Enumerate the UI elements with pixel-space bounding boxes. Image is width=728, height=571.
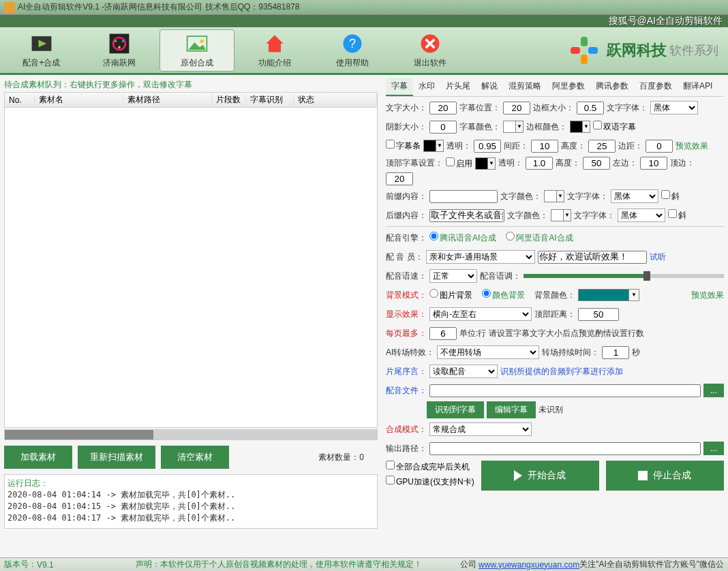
voice-test-input[interactable] — [538, 251, 647, 264]
th-rec[interactable]: 字幕识别 — [246, 94, 294, 106]
lbl-voicefile: 配音文件： — [386, 385, 427, 397]
tab-watermark[interactable]: 水印 — [413, 78, 440, 96]
bilingual-check[interactable]: 双语字幕 — [593, 121, 636, 133]
bordercolor-swatch[interactable]: ▼ — [570, 121, 590, 133]
tailv-select[interactable]: 读取配音 — [429, 365, 498, 378]
opacity-input[interactable] — [474, 140, 501, 153]
th-path[interactable]: 素材路径 — [123, 94, 212, 106]
bgcolor-swatch[interactable]: ▼ — [578, 289, 639, 301]
shutdown-check[interactable]: 全部合成完毕后关机 — [386, 461, 474, 473]
lbl-gap: 间距： — [504, 140, 528, 152]
lbl-bgcolor: 背景颜色： — [534, 290, 575, 301]
shadow-input[interactable] — [429, 121, 457, 134]
suffix-input[interactable] — [429, 209, 504, 222]
bg-img-radio[interactable]: 图片背景 — [429, 289, 472, 301]
tool-jinan[interactable]: 济南跃网 — [82, 29, 157, 72]
stop-button[interactable]: 停止合成 — [606, 461, 724, 491]
prefix-input[interactable] — [429, 190, 498, 203]
tool-help[interactable]: ? 使用帮助 — [315, 29, 390, 72]
lbl-unrec: 未识别 — [539, 404, 563, 416]
app-icon — [4, 2, 15, 13]
preview-link2[interactable]: 预览效果 — [691, 290, 724, 301]
tab-narration[interactable]: 解说 — [476, 78, 503, 96]
outpath-browse[interactable]: ... — [703, 442, 724, 455]
lbl-border: 边框大小： — [533, 102, 574, 114]
outpath-input[interactable] — [429, 442, 701, 455]
top-color[interactable]: ▼ — [475, 157, 496, 170]
tool-compose[interactable]: 配音+合成 — [4, 29, 79, 72]
engine-tencent-radio[interactable]: 腾讯语音AI合成 — [429, 232, 496, 244]
tool-exit[interactable]: 退出软件 — [393, 29, 468, 72]
voice-select[interactable]: 亲和女声-通用场景 — [426, 250, 535, 264]
height-input[interactable] — [588, 140, 616, 153]
gap-input[interactable] — [531, 140, 558, 153]
table-body[interactable] — [5, 108, 377, 418]
italic-check[interactable]: 斜 — [661, 190, 680, 202]
top-input[interactable] — [386, 172, 413, 185]
company-url[interactable]: www.yuewangxueyuan.com — [479, 560, 579, 570]
load-material-button[interactable]: 加载素材 — [4, 446, 72, 469]
th-stat[interactable]: 状态 — [294, 94, 377, 106]
txtfont-select[interactable]: 黑体 — [611, 189, 658, 203]
italic2-check[interactable]: 斜 — [668, 209, 686, 221]
border-input[interactable] — [577, 102, 604, 114]
gpu-check[interactable]: GPU加速(仅支持N卡) — [386, 476, 474, 488]
speed-select[interactable]: 正常 — [429, 269, 477, 283]
engine-ali-radio[interactable]: 阿里语音AI合成 — [506, 232, 573, 244]
bg-color-radio[interactable]: 颜色背景 — [482, 289, 525, 301]
tab-aliparam[interactable]: 阿里参数 — [547, 78, 590, 96]
logo-sub: 软件系列 — [669, 42, 718, 59]
opacity2-input[interactable] — [526, 157, 553, 170]
subcolor-swatch[interactable]: ▼ — [503, 121, 524, 133]
tab-translateapi[interactable]: 翻译API — [678, 78, 718, 96]
h-scrollbar[interactable] — [4, 429, 378, 440]
subbar-check[interactable]: 字幕条 — [386, 140, 421, 152]
subpos-input[interactable] — [503, 102, 530, 114]
play-icon — [514, 470, 522, 481]
tab-headtail[interactable]: 片头尾 — [440, 78, 476, 96]
clear-button[interactable]: 清空素材 — [161, 446, 229, 469]
font-select[interactable]: 黑体 — [650, 101, 698, 114]
lbl-fontsize: 文字大小： — [386, 102, 427, 114]
fontsize-input[interactable] — [429, 102, 457, 114]
mode-select[interactable]: 常规合成 — [429, 422, 532, 436]
lbl-transdur: 转场持续时间： — [542, 347, 599, 358]
svg-point-8 — [200, 40, 204, 43]
svg-rect-14 — [581, 37, 588, 46]
th-seg[interactable]: 片段数 — [212, 94, 246, 106]
txtcolor-swatch[interactable]: ▼ — [544, 190, 564, 202]
height2-input[interactable] — [583, 157, 610, 170]
decl-text: 本软件仅用于个人原创音视频素材的处理，使用本软件请遵守相关规定！ — [160, 559, 422, 570]
txtcolor2-swatch[interactable]: ▼ — [551, 209, 571, 221]
voicefile-browse[interactable]: ... — [703, 384, 724, 397]
subbar-color[interactable]: ▼ — [423, 140, 444, 152]
tool-original[interactable]: 原创合成 — [160, 29, 234, 72]
enable-check[interactable]: 启用 — [446, 157, 472, 170]
tone-slider[interactable] — [524, 274, 724, 278]
start-button[interactable]: 开始合成 — [481, 461, 599, 491]
th-no[interactable]: No. — [5, 95, 35, 105]
maxrows-input[interactable] — [429, 327, 457, 340]
tool-features[interactable]: 功能介绍 — [237, 29, 312, 72]
th-name[interactable]: 素材名 — [35, 94, 123, 106]
tab-tencentparam[interactable]: 腾讯参数 — [590, 78, 634, 96]
log-line: 2020-08-04 01:04:15 -> 素材加载完毕，共[0]个素材.. — [7, 501, 374, 512]
lbl-topset: 顶部字幕设置： — [386, 157, 443, 169]
topdist-input[interactable] — [578, 308, 619, 321]
left-input[interactable] — [640, 157, 667, 170]
transdur-input[interactable] — [602, 346, 629, 359]
disp-select[interactable]: 横向-左至右 — [429, 307, 532, 321]
listen-link[interactable]: 试听 — [650, 251, 666, 263]
edit-subtitle-button[interactable]: 编辑字幕 — [487, 401, 536, 418]
margin-input[interactable] — [646, 140, 673, 153]
tab-subtitle[interactable]: 字幕 — [386, 78, 413, 96]
txtfont2-select[interactable]: 黑体 — [618, 209, 665, 222]
preview-link[interactable]: 预览效果 — [676, 140, 708, 152]
trans-select[interactable]: 不使用转场 — [437, 345, 539, 359]
tab-baiduparam[interactable]: 百度参数 — [634, 78, 678, 96]
recognize-button[interactable]: 识别到字幕 — [427, 401, 484, 418]
svg-point-6 — [118, 46, 121, 49]
tab-mixstrategy[interactable]: 混剪策略 — [503, 78, 547, 96]
rescan-button[interactable]: 重新扫描素材 — [78, 446, 155, 469]
voicefile-input[interactable] — [429, 384, 701, 397]
